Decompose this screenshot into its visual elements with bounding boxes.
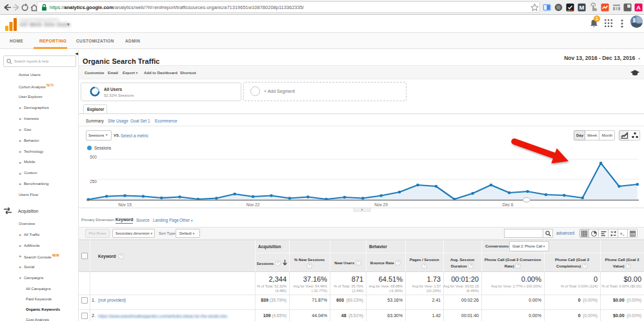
svg-text:Nov 15: Nov 15 <box>118 202 132 207</box>
svg-text:M: M <box>579 4 585 11</box>
svg-text:250: 250 <box>90 179 97 184</box>
svg-text:Nov 22: Nov 22 <box>247 202 260 207</box>
svg-text:Nov 29: Nov 29 <box>374 202 388 207</box>
svg-text:Dec 6: Dec 6 <box>503 202 514 207</box>
svg-text:a: a <box>623 233 625 237</box>
svg-text:A: A <box>636 4 641 11</box>
svg-text:500: 500 <box>90 155 97 159</box>
